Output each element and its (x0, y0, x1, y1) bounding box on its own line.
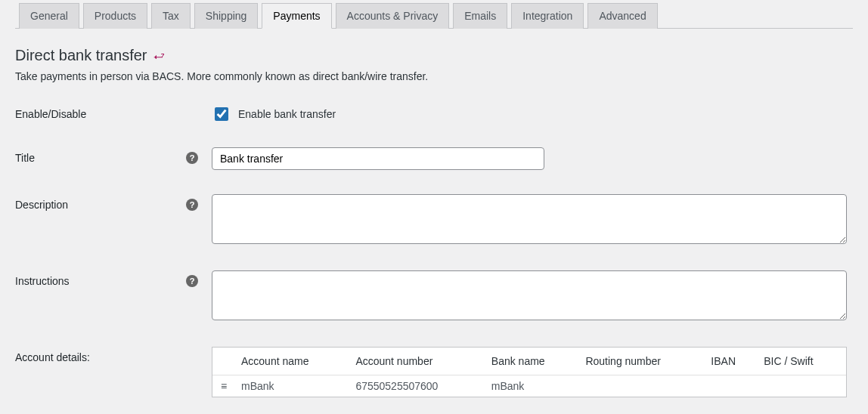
cell-iban[interactable] (705, 375, 758, 397)
page-subtitle: Take payments in person via BACS. More c… (15, 70, 853, 82)
settings-tabs: General Products Tax Shipping Payments A… (15, 0, 853, 29)
col-sort (212, 348, 235, 375)
table-row[interactable]: ≡ mBank 67550525507600 mBank (212, 375, 846, 397)
col-bic: BIC / Swift (758, 348, 846, 375)
col-bank-name: Bank name (485, 348, 580, 375)
page-title: Direct bank transfer (15, 47, 147, 64)
tab-tax[interactable]: Tax (151, 3, 191, 29)
drag-handle-icon[interactable]: ≡ (212, 375, 235, 397)
cell-routing-number[interactable] (579, 375, 705, 397)
tab-integration[interactable]: Integration (511, 3, 584, 29)
enable-checkbox-label: Enable bank transfer (238, 108, 336, 120)
cell-bic[interactable] (758, 375, 846, 397)
col-routing-number: Routing number (579, 348, 705, 375)
title-input[interactable] (212, 147, 544, 170)
col-iban: IBAN (705, 348, 758, 375)
description-textarea[interactable] (212, 194, 847, 244)
tab-general[interactable]: General (19, 3, 79, 29)
description-label: Description (15, 199, 68, 211)
cell-account-name[interactable]: mBank (235, 375, 349, 397)
enable-checkbox-wrap[interactable]: Enable bank transfer (212, 104, 853, 123)
tab-products[interactable]: Products (83, 3, 147, 29)
tab-advanced[interactable]: Advanced (587, 3, 657, 29)
tab-accounts-privacy[interactable]: Accounts & Privacy (336, 3, 450, 29)
return-icon[interactable]: ⮐ (153, 49, 165, 62)
instructions-label: Instructions (15, 275, 70, 287)
enable-checkbox[interactable] (215, 107, 228, 121)
cell-account-number[interactable]: 67550525507600 (349, 375, 485, 397)
title-label: Title (15, 152, 35, 164)
tab-payments[interactable]: Payments (262, 3, 331, 29)
tab-emails[interactable]: Emails (453, 3, 507, 29)
description-help-icon[interactable]: ? (186, 199, 198, 211)
account-details-label: Account details: (15, 351, 90, 363)
account-details-table-wrap: Account name Account number Bank name Ro… (212, 347, 847, 397)
enable-label: Enable/Disable (15, 108, 86, 120)
col-account-name: Account name (235, 348, 349, 375)
cell-bank-name[interactable]: mBank (485, 375, 580, 397)
page-title-row: Direct bank transfer ⮐ (15, 47, 853, 64)
account-details-table: Account name Account number Bank name Ro… (212, 348, 846, 397)
col-account-number: Account number (349, 348, 485, 375)
instructions-textarea[interactable] (212, 270, 847, 320)
tab-shipping[interactable]: Shipping (194, 3, 259, 29)
title-help-icon[interactable]: ? (186, 152, 198, 164)
instructions-help-icon[interactable]: ? (186, 275, 198, 287)
